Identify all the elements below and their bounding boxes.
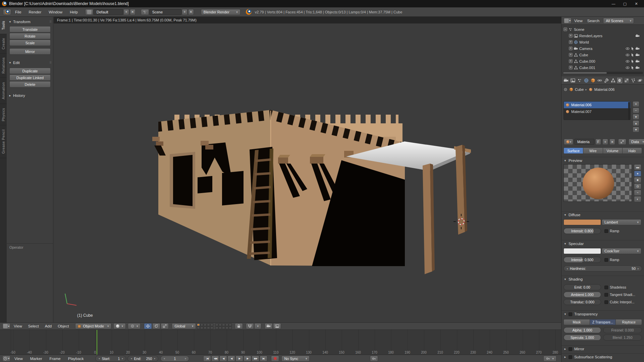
outliner-item-cube-001[interactable]: + Cube.001 bbox=[569, 64, 642, 71]
layer-toggle[interactable] bbox=[204, 326, 207, 329]
layer-toggle[interactable] bbox=[215, 326, 218, 329]
viewport-menu-add[interactable]: Add bbox=[42, 324, 55, 328]
layer-toggle[interactable] bbox=[197, 323, 200, 326]
nodes-button[interactable] bbox=[618, 139, 626, 145]
visibility-toggle-icon[interactable] bbox=[626, 47, 630, 51]
layer-toggle[interactable] bbox=[225, 326, 228, 329]
type-wire[interactable]: Wire bbox=[583, 147, 603, 154]
orientation-dropdown[interactable]: Global▾ bbox=[172, 323, 196, 329]
outliner-item-world[interactable]: + World bbox=[569, 39, 642, 45]
shelf-tab-physics[interactable]: Physics bbox=[0, 104, 7, 125]
mirror-enable-checkbox[interactable] bbox=[569, 347, 572, 351]
menu-window[interactable]: Window bbox=[45, 10, 66, 14]
layer-toggle[interactable] bbox=[207, 323, 210, 326]
menu-render[interactable]: Render bbox=[25, 10, 45, 14]
layer-toggle[interactable] bbox=[207, 326, 210, 329]
layer-toggle[interactable] bbox=[210, 326, 213, 329]
layer-toggle[interactable] bbox=[222, 323, 225, 326]
specular-alpha-slider[interactable]: Specula: 1.000 bbox=[564, 335, 601, 341]
timeline-menu-marker[interactable]: Marker bbox=[26, 357, 46, 361]
tab-scene[interactable] bbox=[576, 77, 583, 84]
collapse-icon[interactable]: − bbox=[564, 27, 567, 31]
transport-button[interactable]: ◀◀ bbox=[211, 356, 219, 362]
browse-material-button[interactable]: ▾ bbox=[564, 139, 573, 145]
tab-render[interactable] bbox=[563, 77, 569, 84]
timeline-menu-frame[interactable]: Frame bbox=[46, 357, 64, 361]
selectability-toggle-icon[interactable] bbox=[631, 53, 635, 57]
translate-button[interactable]: Translate bbox=[9, 26, 51, 33]
delete-scene-button[interactable]: ✕ bbox=[188, 9, 194, 15]
shelf-tab-animation[interactable]: Animation bbox=[0, 78, 7, 104]
snap-toggle-button[interactable] bbox=[246, 323, 254, 329]
transport-button[interactable]: ◀ bbox=[219, 356, 227, 362]
keying-set-dropdown[interactable]: ▾ bbox=[543, 356, 556, 362]
snap-element-dropdown[interactable]: ▾ bbox=[254, 323, 261, 329]
panel-grip-icon[interactable]: ⠿ bbox=[49, 61, 51, 64]
transparency-panel-header[interactable]: ▼ Transparency bbox=[561, 311, 644, 317]
duplicate-linked-button[interactable]: Duplicate Linked bbox=[9, 74, 51, 81]
shelf-tab-create[interactable]: Create bbox=[0, 34, 7, 54]
translate-manipulator-button[interactable] bbox=[144, 323, 152, 329]
render-engine-dropdown[interactable]: Blender Render▾ bbox=[201, 9, 240, 15]
layer-toggle[interactable] bbox=[222, 326, 225, 329]
rotate-button[interactable]: Rotate bbox=[9, 33, 51, 39]
delete-screen-layout-button[interactable]: ✕ bbox=[130, 9, 136, 15]
timeline-menu-view[interactable]: View bbox=[11, 357, 26, 361]
remove-slot-button[interactable]: − bbox=[633, 108, 639, 113]
expand-icon[interactable]: + bbox=[569, 47, 573, 50]
duplicate-button[interactable]: Duplicate bbox=[9, 68, 51, 74]
render-toggle-icon[interactable] bbox=[636, 47, 640, 51]
material-slot[interactable]: Material.007 bbox=[564, 108, 630, 115]
render-toggle-icon[interactable] bbox=[636, 66, 640, 70]
menu-file[interactable]: File bbox=[11, 10, 25, 14]
layer-toggle[interactable] bbox=[229, 326, 232, 329]
slot-specials-button[interactable]: ▾ bbox=[633, 114, 639, 120]
type-halo[interactable]: Halo bbox=[623, 147, 642, 154]
render-toggle-icon[interactable] bbox=[636, 34, 640, 38]
shelf-tab-grease-pencil[interactable]: Grease Pencil bbox=[0, 125, 7, 158]
outliner-display-mode-dropdown[interactable]: All Scenes▾ bbox=[603, 18, 634, 24]
timeline-editor[interactable]: -50-40-30-20-100102030405060708090100110… bbox=[0, 330, 561, 355]
opengl-render-anim-button[interactable] bbox=[273, 323, 281, 329]
transparency-enable-checkbox[interactable] bbox=[569, 312, 572, 316]
tab-physics[interactable] bbox=[637, 77, 643, 84]
preview-panel-header[interactable]: ▼Preview bbox=[561, 157, 644, 164]
auto-keyframe-button[interactable] bbox=[370, 356, 378, 362]
diffuse-ramp-toggle[interactable]: Ramp bbox=[604, 229, 619, 233]
scene-name[interactable]: Scene bbox=[149, 9, 181, 15]
selectability-toggle-icon[interactable] bbox=[631, 66, 635, 70]
diffuse-shader-dropdown[interactable]: Lambert▾ bbox=[602, 219, 641, 225]
preview-monkey-button[interactable]: Ω bbox=[634, 183, 641, 189]
editor-type-button[interactable]: ▾ bbox=[2, 356, 10, 362]
minimize-button[interactable]: — bbox=[608, 2, 619, 6]
pivot-dropdown[interactable]: ▾ bbox=[128, 323, 141, 329]
tab-world[interactable] bbox=[583, 77, 589, 84]
outliner-item-scene[interactable]: − Scene bbox=[564, 26, 642, 33]
link-data-dropdown[interactable]: Data▾ bbox=[629, 139, 644, 145]
outliner-item-renderlayers[interactable]: + RenderLayers bbox=[569, 33, 642, 39]
ztransparency-mode-button[interactable]: Z Transpare... bbox=[590, 319, 616, 325]
unlink-material-button[interactable]: ✕ bbox=[609, 139, 615, 145]
mode-dropdown[interactable]: Object Mode▾ bbox=[75, 323, 111, 329]
panel-grip-icon[interactable]: ⠿ bbox=[49, 20, 51, 23]
cubic-interpolation-toggle[interactable]: Cubic Interpol... bbox=[604, 300, 635, 304]
specular-shader-dropdown[interactable]: CookTorr▾ bbox=[602, 248, 641, 254]
ambient-slider[interactable]: Ambient:1.000 bbox=[564, 292, 601, 298]
new-material-button[interactable]: + bbox=[602, 139, 608, 145]
preview-flat-button[interactable]: ▬ bbox=[634, 164, 641, 170]
opengl-render-image-button[interactable] bbox=[265, 323, 273, 329]
type-surface[interactable]: Surface bbox=[564, 147, 583, 154]
pin-icon[interactable] bbox=[564, 87, 568, 92]
mirror-button[interactable]: Mirror bbox=[9, 48, 51, 55]
add-slot-button[interactable]: + bbox=[633, 101, 639, 107]
layer-toggle[interactable] bbox=[215, 323, 218, 326]
tab-material[interactable] bbox=[616, 77, 623, 84]
3d-viewport[interactable]: Frame:1 | Time:00:01.30 | Ve:796 Fa:1385… bbox=[54, 17, 561, 322]
scale-manipulator-button[interactable] bbox=[161, 323, 169, 329]
blender-menu-icon[interactable] bbox=[3, 9, 11, 15]
diffuse-color-swatch[interactable] bbox=[564, 219, 601, 225]
specular-ramp-toggle[interactable]: Ramp bbox=[604, 258, 619, 262]
move-slot-down-button[interactable]: ▾ bbox=[633, 127, 639, 132]
material-slot[interactable]: Material.006 bbox=[564, 102, 630, 108]
specular-panel-header[interactable]: ▼Specular bbox=[561, 240, 644, 247]
